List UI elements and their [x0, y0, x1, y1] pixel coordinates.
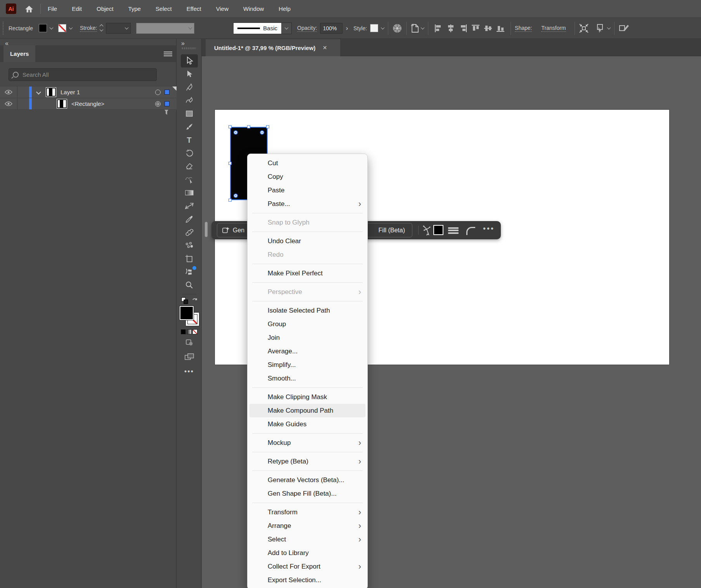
menu-item-smooth[interactable]: Smooth... — [248, 372, 367, 385]
menu-item-mockup[interactable]: Mockup› — [248, 436, 367, 450]
swap-fill-stroke[interactable] — [181, 297, 198, 304]
menu-item-paste-submenu[interactable]: Paste...› — [248, 197, 367, 211]
none-button[interactable] — [192, 329, 197, 334]
graphic-style-swatch[interactable] — [370, 24, 378, 32]
selection-handle[interactable] — [228, 199, 232, 202]
menu-item-select[interactable]: Select› — [248, 533, 367, 546]
curvature-tool[interactable] — [181, 94, 198, 107]
layer-target-icon[interactable] — [155, 90, 161, 95]
eyedropper-tool[interactable] — [181, 213, 198, 226]
screen-mode-icon[interactable] — [184, 353, 194, 362]
menu-item-export-selection[interactable]: Export Selection... — [248, 573, 367, 587]
corner-widget[interactable] — [234, 194, 238, 198]
edit-toolbar-ellipsis-icon[interactable]: ••• — [184, 368, 194, 376]
tab-layers[interactable]: Layers — [3, 45, 35, 62]
object-name[interactable]: <Rectangle> — [71, 100, 104, 107]
fill-dropdown-chevron-icon[interactable] — [50, 26, 54, 29]
eraser-tool[interactable] — [181, 160, 198, 173]
menu-edit[interactable]: Edit — [64, 5, 89, 12]
layer-selection-indicator[interactable] — [164, 90, 170, 95]
menu-window[interactable]: Window — [236, 5, 271, 12]
object-selection-indicator[interactable] — [164, 101, 170, 106]
width-profile-dropdown[interactable] — [136, 23, 194, 34]
shaper-tool[interactable] — [181, 173, 198, 186]
layer-row-rectangle[interactable]: <Rectangle> — [0, 98, 177, 110]
color-button[interactable] — [181, 329, 186, 334]
menu-item-isolate-selected-path[interactable]: Isolate Selected Path — [248, 304, 367, 317]
document-setup-icon[interactable] — [410, 23, 420, 33]
illustrator-logo-icon[interactable]: Ai — [6, 3, 16, 14]
visibility-eye-icon[interactable] — [0, 98, 17, 109]
recolor-artwork-icon[interactable] — [392, 23, 402, 33]
align-left-icon[interactable] — [434, 24, 443, 33]
align-top-icon[interactable] — [471, 24, 480, 33]
stroke-weight-label[interactable]: Stroke: — [80, 25, 97, 32]
task-bar-grip[interactable] — [205, 222, 208, 237]
selection-handle[interactable] — [247, 125, 250, 128]
menu-item-average[interactable]: Average... — [248, 344, 367, 358]
transform-link-label[interactable]: Transform — [541, 25, 566, 32]
gradient-tool[interactable] — [181, 186, 198, 199]
fill-color-swatch[interactable] — [39, 24, 47, 32]
width-tool[interactable] — [181, 199, 198, 213]
type-tool[interactable]: T — [181, 133, 198, 147]
corner-radius-icon[interactable] — [466, 227, 475, 235]
layer-row-layer1[interactable]: Layer 1 — [0, 86, 177, 98]
document-setup-chevron-icon[interactable] — [421, 26, 425, 29]
menu-item-copy[interactable]: Copy — [248, 170, 367, 183]
menu-type[interactable]: Type — [121, 5, 148, 12]
align-center-icon[interactable] — [447, 24, 455, 33]
magic-wand-icon[interactable] — [422, 225, 433, 237]
align-right-icon[interactable] — [459, 24, 467, 33]
edit-shape-icon[interactable] — [618, 23, 629, 33]
object-thumbnail[interactable] — [57, 99, 67, 108]
panel-menu-icon[interactable] — [164, 50, 172, 57]
fit-bounds-icon[interactable] — [579, 23, 589, 33]
direct-selection-tool[interactable] — [181, 67, 198, 81]
close-tab-icon[interactable]: ✕ — [322, 45, 327, 51]
color-type-buttons[interactable] — [181, 329, 197, 334]
shape-link-label[interactable]: Shape: — [515, 25, 532, 32]
selection-handle[interactable] — [266, 125, 269, 128]
selection-tool[interactable] — [181, 54, 198, 67]
fill-stroke-indicator[interactable] — [179, 306, 199, 326]
opacity-label[interactable]: Opacity: — [297, 25, 317, 32]
toolbar-grip[interactable] — [182, 47, 196, 49]
menu-item-undo-clear[interactable]: Undo Clear — [248, 234, 367, 248]
menu-item-transform[interactable]: Transform› — [248, 505, 367, 519]
paintbrush-tool[interactable] — [181, 120, 198, 133]
menu-select[interactable]: Select — [148, 5, 179, 12]
style-dropdown-chevron-icon[interactable] — [381, 26, 385, 29]
menu-object[interactable]: Object — [89, 5, 121, 12]
more-options-icon[interactable]: ••• — [483, 224, 495, 233]
menu-item-gen-shape-fill-beta[interactable]: Gen Shape Fill (Beta)... — [248, 487, 367, 500]
menu-item-make-clipping-mask[interactable]: Make Clipping Mask — [248, 390, 367, 404]
layer-thumbnail[interactable] — [46, 88, 56, 97]
select-similar-chevron-icon[interactable] — [607, 26, 611, 29]
artboard-tool[interactable] — [181, 252, 198, 265]
menu-item-generate-vectors-beta[interactable]: Generate Vectors (Beta)... — [248, 473, 367, 487]
menu-item-cut[interactable]: Cut — [248, 156, 367, 170]
menu-item-retype-beta[interactable]: Retype (Beta)› — [248, 455, 367, 468]
menu-item-paste[interactable]: Paste — [248, 183, 367, 197]
opacity-expand-arrow-icon[interactable]: › — [346, 24, 348, 32]
menu-help[interactable]: Help — [271, 5, 298, 12]
menu-item-add-to-library[interactable]: Add to Library — [248, 546, 367, 560]
align-middle-icon[interactable] — [484, 24, 492, 33]
align-bottom-icon[interactable] — [496, 24, 505, 33]
menu-effect[interactable]: Effect — [179, 5, 209, 12]
brush-definition-dropdown[interactable]: Basic — [233, 22, 292, 34]
menu-item-make-guides[interactable]: Make Guides — [248, 417, 367, 431]
selection-handle[interactable] — [228, 162, 232, 165]
layer-name[interactable]: Layer 1 — [61, 89, 80, 95]
search-input[interactable] — [22, 71, 140, 78]
stroke-weight-stepper[interactable] — [100, 25, 103, 31]
corner-widget[interactable] — [260, 130, 264, 135]
home-icon[interactable] — [25, 5, 33, 13]
graph-tool[interactable] — [181, 265, 198, 278]
rectangle-tool[interactable] — [181, 107, 198, 120]
stroke-options-icon[interactable] — [448, 226, 459, 235]
menu-item-simplify[interactable]: Simplify... — [248, 358, 367, 372]
stroke-weight-dropdown[interactable] — [106, 23, 131, 34]
corner-widget[interactable] — [234, 130, 238, 135]
